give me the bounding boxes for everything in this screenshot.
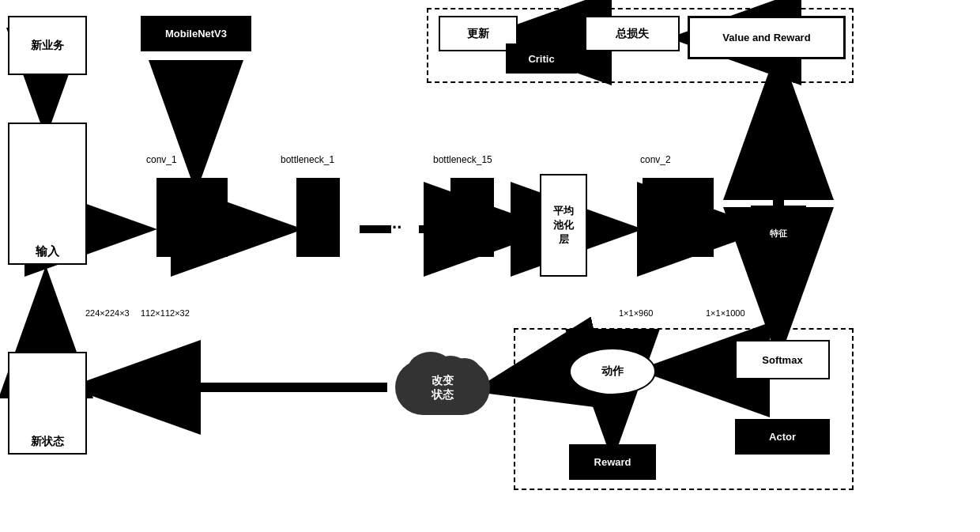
critic-label: Critic [528,53,554,65]
size3-label: 1×1×960 [619,308,653,318]
bottleneck1-label: bottleneck_1 [281,154,334,165]
bottleneck15-label: bottleneck_15 [433,154,492,165]
features-box: 特征 [751,206,806,261]
size2-label: 112×112×32 [141,308,190,318]
new-state-label: 新状态 [31,435,64,449]
conv1-label: conv_1 [146,154,177,165]
diagram: 新业务 输入 新状态 MobileNetV3 conv_1 224×224×3 … [0,0,980,532]
size4-label: 1×1×1000 [706,308,745,318]
size1-label: 224×224×3 [85,308,130,318]
input-box: 输入 [8,123,87,265]
actor-box: Actor [735,419,830,455]
action-label: 动作 [601,364,624,379]
conv1-stack [141,170,243,281]
conv2-stack [627,170,737,281]
mobilenetv3-box: MobileNetV3 [141,16,251,51]
new-business-label: 新业务 [31,39,64,53]
mobilenetv3-label: MobileNetV3 [165,28,227,40]
features-label: 特征 [770,228,787,240]
conv2-label: conv_2 [640,154,671,165]
avg-pool-label: 平均 池化 层 [553,204,574,247]
bottleneck1-stack [285,170,356,281]
dots-label: ··· [387,217,401,238]
softmax-label: Softmax [762,354,802,366]
input-label: 输入 [36,244,59,259]
bottleneck15-stack [439,170,510,281]
actor-label: Actor [769,431,796,443]
avg-pool-box: 平均 池化 层 [540,174,587,277]
reward-label: Reward [594,456,631,468]
reward-box: Reward [569,444,656,480]
action-oval: 动作 [569,348,656,395]
softmax-box: Softmax [735,340,830,379]
critic-box: Critic [506,43,577,74]
new-business-box: 新业务 [8,16,87,75]
change-state-cloud: 改变状态 [387,352,498,431]
new-state-box: 新状态 [8,352,87,455]
critic-region [427,8,854,83]
